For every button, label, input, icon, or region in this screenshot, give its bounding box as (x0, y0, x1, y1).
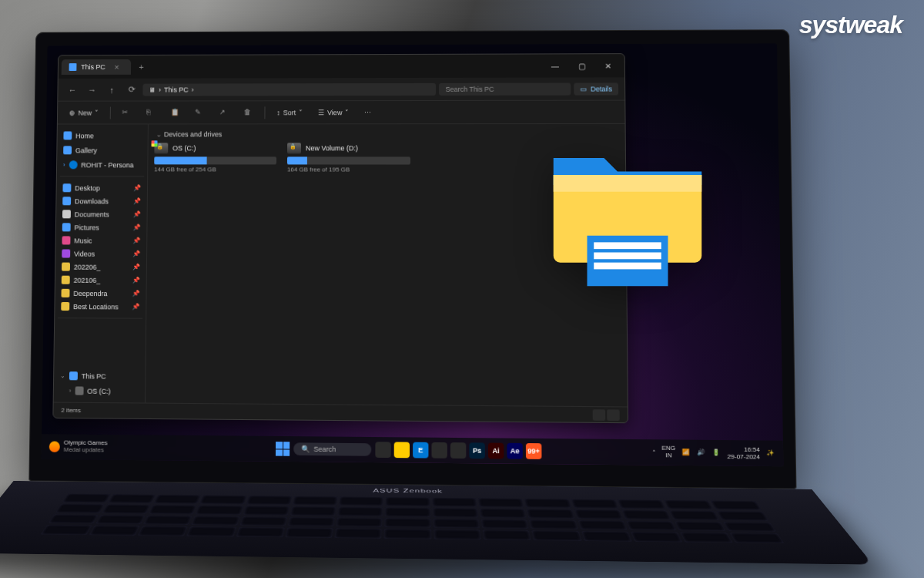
sidebar-item-deependra[interactable]: Deependra📌 (59, 287, 143, 301)
grid-view-button[interactable] (607, 409, 620, 421)
pin-icon: 📌 (133, 210, 141, 217)
close-tab-icon[interactable]: × (110, 62, 124, 72)
wifi-icon[interactable]: 📶 (682, 449, 691, 458)
language-indicator[interactable]: ENGIN (661, 445, 675, 459)
breadcrumb-sep: › (159, 86, 161, 93)
pin-icon: 📌 (132, 250, 140, 257)
folder-icon (62, 210, 71, 218)
taskbar-app-illustrator[interactable]: Ai (488, 443, 504, 459)
taskbar-app-store[interactable] (431, 442, 447, 459)
folder-icon (62, 276, 70, 284)
pin-icon: 📌 (132, 264, 140, 271)
drive-new-volume-d-[interactable]: New Volume (D:)164 GB free of 195 GB (287, 143, 410, 173)
svg-rect-2 (594, 263, 661, 270)
folder-icon (62, 223, 71, 231)
sidebar-item-home[interactable]: Home (60, 129, 144, 142)
taskbar-app-notifications[interactable]: 99+ (526, 443, 542, 459)
copy-button[interactable]: ⎘ (141, 106, 161, 119)
sidebar-item-documents[interactable]: Documents📌 (59, 207, 144, 220)
more-button[interactable]: ⋯ (359, 106, 377, 119)
refresh-button[interactable]: ⟳ (123, 81, 140, 98)
tab-strip: This PC × + — ▢ ✕ (59, 54, 624, 79)
taskbar-app-edge[interactable]: E (413, 442, 428, 459)
sidebar-item-this-pc[interactable]: ⌄This PC (57, 369, 142, 383)
list-view-button[interactable] (593, 409, 606, 421)
folder-icon (62, 289, 70, 297)
minimize-button[interactable]: — (542, 62, 568, 70)
volume-icon[interactable]: 🔊 (697, 449, 706, 458)
taskbar-search[interactable]: 🔍 Search (293, 442, 371, 455)
home-icon (63, 131, 72, 139)
forward-button[interactable]: → (84, 81, 101, 98)
storage-text: 164 GB free of 195 GB (287, 166, 410, 173)
sidebar-item-202206-[interactable]: 202206_📌 (59, 260, 143, 274)
start-button[interactable] (276, 442, 290, 456)
view-button[interactable]: ☰ View ˅ (313, 106, 354, 119)
sidebar-divider (60, 176, 144, 176)
folder-icon (62, 197, 71, 205)
paste-button[interactable]: 📋 (166, 106, 186, 119)
sort-button[interactable]: ↕ Sort ˅ (271, 106, 308, 119)
taskbar-app-photoshop[interactable]: Ps (469, 442, 484, 459)
pin-icon: 📌 (132, 290, 140, 297)
taskbar-app-app[interactable] (450, 442, 466, 459)
laptop-keyboard: ASUS Zenbook (0, 481, 873, 564)
sidebar-item-onedrive[interactable]: ›ROHIT - Persona (60, 158, 145, 171)
rename-button[interactable]: ✎ (189, 106, 209, 119)
drive-icon (154, 143, 168, 153)
storage-bar (287, 156, 410, 164)
sidebar-item-202106-[interactable]: 202106_📌 (59, 274, 143, 287)
pin-icon: 📌 (132, 277, 140, 284)
sidebar-item-downloads[interactable]: Downloads📌 (59, 194, 144, 207)
sidebar-item-desktop[interactable]: Desktop📌 (59, 181, 144, 194)
toolbar: ⊕ New ˅ ✂ ⎘ 📋 ✎ ↗ 🗑 ↕ Sort ˅ ☰ View ˅ ⋯ (58, 101, 625, 125)
battery-icon[interactable]: 🔋 (712, 449, 721, 458)
taskbar-app-explorer[interactable] (394, 442, 410, 458)
sidebar-item-videos[interactable]: Videos📌 (59, 247, 143, 260)
tab-this-pc[interactable]: This PC × (62, 59, 132, 75)
share-button[interactable]: ↗ (214, 106, 234, 119)
folder-icon (62, 249, 70, 257)
item-count: 2 items (61, 407, 81, 414)
paste-icon: 📋 (171, 108, 180, 117)
clock[interactable]: 16:5429-07-2024 (727, 445, 760, 461)
sidebar-item-music[interactable]: Music📌 (59, 234, 143, 247)
folder-icon (62, 183, 71, 192)
sidebar-item-pictures[interactable]: Pictures📌 (59, 220, 144, 234)
taskbar: Olympic Games Medal updates 🔍 Search EPs… (42, 434, 784, 466)
file-explorer-overlay-icon (539, 131, 716, 293)
storage-text: 144 GB free of 254 GB (154, 166, 276, 173)
new-tab-button[interactable]: + (134, 62, 148, 72)
pin-icon: 📌 (132, 303, 139, 310)
sidebar-item-best-locations[interactable]: Best Locations📌 (58, 300, 142, 314)
drive-os-c-[interactable]: OS (C:)144 GB free of 254 GB (154, 143, 276, 173)
sidebar-item-os-drive[interactable]: ›OS (C:) (57, 384, 142, 398)
copilot-icon[interactable]: ✨ (766, 449, 775, 459)
sidebar-item-gallery[interactable]: Gallery (60, 143, 145, 156)
up-button[interactable]: ↑ (103, 81, 120, 98)
maximize-button[interactable]: ▢ (568, 62, 594, 70)
laptop-brand-label: ASUS Zenbook (373, 488, 444, 494)
tray-chevron-icon[interactable]: ˄ (652, 449, 655, 455)
details-pane-toggle[interactable]: ▭ Details (574, 82, 618, 95)
delete-button[interactable]: 🗑 (239, 106, 259, 119)
close-button[interactable]: ✕ (594, 62, 621, 70)
olympics-icon (49, 441, 60, 452)
folder-icon (62, 263, 70, 271)
rename-icon: ✎ (195, 108, 204, 117)
taskbar-app-task-view[interactable] (375, 442, 390, 458)
breadcrumb-bar[interactable]: 🖥 › This PC › (142, 82, 436, 96)
cut-button[interactable]: ✂ (117, 106, 137, 119)
taskbar-app-aftereffects[interactable]: Ae (507, 443, 523, 459)
folder-icon (61, 302, 69, 311)
separator (264, 106, 265, 119)
svg-rect-0 (594, 242, 661, 249)
widgets-button[interactable]: Olympic Games Medal updates (49, 440, 108, 455)
this-pc-icon (69, 63, 77, 71)
back-button[interactable]: ← (64, 81, 81, 98)
pin-icon: 📌 (132, 237, 140, 244)
breadcrumb-this-pc[interactable]: This PC (164, 86, 189, 93)
pin-icon: 📌 (133, 224, 141, 231)
search-input[interactable]: Search This PC (440, 82, 571, 95)
new-button[interactable]: ⊕ New ˅ (64, 106, 104, 119)
